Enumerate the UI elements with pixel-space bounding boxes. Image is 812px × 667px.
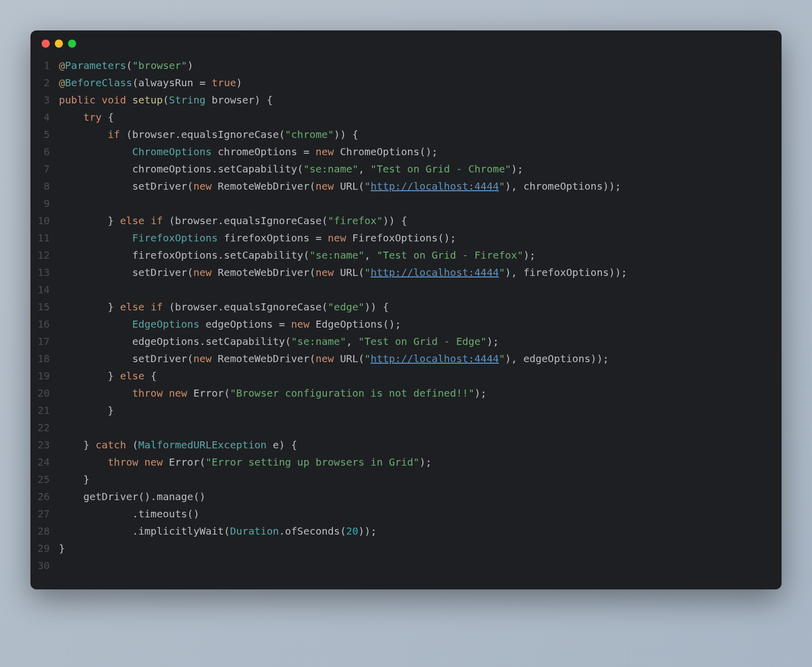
- code-line[interactable]: 20 throw new Error("Browser configuratio…: [30, 384, 782, 402]
- code-line[interactable]: 6 ChromeOptions chromeOptions = new Chro…: [30, 143, 782, 160]
- code-line[interactable]: 17 edgeOptions.setCapability("se:name", …: [30, 333, 782, 350]
- code-line[interactable]: 14: [30, 281, 782, 298]
- code-line[interactable]: 12 firefoxOptions.setCapability("se:name…: [30, 247, 782, 264]
- code-content[interactable]: FirefoxOptions firefoxOptions = new Fire…: [59, 229, 456, 247]
- line-number: 2: [30, 74, 59, 91]
- code-token: else if: [120, 301, 168, 313]
- code-content[interactable]: } else if (browser.equalsIgnoreCase("edg…: [59, 298, 389, 315]
- code-line[interactable]: 19 } else {: [30, 367, 782, 384]
- code-line[interactable]: 4 try {: [30, 109, 782, 126]
- code-token: new: [193, 266, 218, 278]
- code-content[interactable]: } else if (browser.equalsIgnoreCase("fir…: [59, 212, 407, 229]
- code-line[interactable]: 30: [30, 557, 782, 574]
- code-content[interactable]: chromeOptions.setCapability("se:name", "…: [59, 160, 523, 178]
- code-content[interactable]: try {: [59, 109, 114, 126]
- code-token: (: [132, 439, 139, 451]
- code-content[interactable]: throw new Error("Error setting up browse…: [59, 453, 432, 471]
- code-content[interactable]: @BeforeClass(alwaysRun = true): [59, 74, 242, 91]
- code-line[interactable]: 27 .timeouts(): [30, 505, 782, 522]
- code-token: }: [59, 404, 114, 416]
- code-content[interactable]: }: [59, 540, 65, 557]
- code-content[interactable]: EdgeOptions edgeOptions = new EdgeOption…: [59, 315, 401, 333]
- code-token: new: [316, 180, 340, 192]
- code-line[interactable]: 23 } catch (MalformedURLException e) {: [30, 436, 782, 453]
- code-token: "chrome": [285, 128, 334, 141]
- code-token: Parameters: [65, 59, 126, 72]
- code-token: new: [291, 318, 316, 330]
- line-number: 22: [30, 419, 59, 436]
- code-token: ): [236, 77, 242, 89]
- code-token: [59, 318, 132, 330]
- code-content[interactable]: .implicitlyWait(Duration.ofSeconds(20));: [59, 522, 377, 540]
- code-token: [59, 146, 132, 158]
- code-content[interactable]: } catch (MalformedURLException e) {: [59, 436, 297, 453]
- code-area[interactable]: 1@Parameters("browser")2@BeforeClass(alw…: [30, 52, 782, 589]
- line-number: 21: [30, 402, 59, 419]
- code-content[interactable]: }: [59, 402, 114, 419]
- code-content[interactable]: setDriver(new RemoteWebDriver(new URL("h…: [59, 264, 627, 281]
- code-line[interactable]: 13 setDriver(new RemoteWebDriver(new URL…: [30, 264, 782, 281]
- code-content[interactable]: .timeouts(): [59, 505, 199, 522]
- code-token: e) {: [273, 439, 297, 451]
- code-line[interactable]: 21 }: [30, 402, 782, 419]
- code-line[interactable]: 7 chromeOptions.setCapability("se:name",…: [30, 160, 782, 178]
- code-content[interactable]: public void setup(String browser) {: [59, 91, 273, 109]
- code-token: );: [511, 163, 523, 175]
- code-token: setup: [132, 94, 163, 106]
- code-line[interactable]: 28 .implicitlyWait(Duration.ofSeconds(20…: [30, 522, 782, 540]
- code-token: }: [59, 215, 120, 227]
- code-token: ,: [364, 249, 377, 261]
- code-line[interactable]: 15 } else if (browser.equalsIgnoreCase("…: [30, 298, 782, 315]
- code-token: new: [328, 232, 352, 244]
- code-line[interactable]: 8 setDriver(new RemoteWebDriver(new URL(…: [30, 178, 782, 195]
- code-token: catch: [95, 439, 132, 451]
- code-line[interactable]: 29}: [30, 540, 782, 557]
- code-token: EdgeOptions();: [316, 318, 401, 330]
- minimize-dot-icon[interactable]: [55, 40, 63, 48]
- code-content[interactable]: throw new Error("Browser configuration i…: [59, 384, 487, 402]
- code-content[interactable]: if (browser.equalsIgnoreCase("chrome")) …: [59, 126, 358, 143]
- line-number: 1: [30, 57, 59, 74]
- code-token: ": [364, 180, 370, 192]
- code-content[interactable]: @Parameters("browser"): [59, 57, 193, 74]
- code-token: 20: [346, 525, 358, 537]
- code-token: true: [212, 77, 236, 89]
- code-content[interactable]: ChromeOptions chromeOptions = new Chrome…: [59, 143, 438, 160]
- close-dot-icon[interactable]: [42, 40, 50, 48]
- code-token: "se:name": [310, 249, 364, 261]
- code-line[interactable]: 9: [30, 195, 782, 212]
- code-line[interactable]: 2@BeforeClass(alwaysRun = true): [30, 74, 782, 91]
- code-token: FirefoxOptions();: [352, 232, 456, 244]
- code-token: RemoteWebDriver(: [218, 180, 316, 192]
- code-line[interactable]: 10 } else if (browser.equalsIgnoreCase("…: [30, 212, 782, 229]
- code-token: throw new: [132, 387, 193, 399]
- code-line[interactable]: 3public void setup(String browser) {: [30, 91, 782, 109]
- code-token: new: [193, 180, 218, 192]
- code-line[interactable]: 18 setDriver(new RemoteWebDriver(new URL…: [30, 350, 782, 367]
- code-line[interactable]: 5 if (browser.equalsIgnoreCase("chrome")…: [30, 126, 782, 143]
- code-line[interactable]: 11 FirefoxOptions firefoxOptions = new F…: [30, 229, 782, 247]
- code-content[interactable]: firefoxOptions.setCapability("se:name", …: [59, 247, 535, 264]
- code-token: edgeOptions =: [206, 318, 291, 330]
- code-line[interactable]: 22: [30, 419, 782, 436]
- code-line[interactable]: 25 }: [30, 471, 782, 488]
- code-content[interactable]: getDriver().manage(): [59, 488, 206, 505]
- code-token: "se:name": [303, 163, 358, 175]
- code-content[interactable]: }: [59, 471, 89, 488]
- code-line[interactable]: 16 EdgeOptions edgeOptions = new EdgeOpt…: [30, 315, 782, 333]
- code-token: (alwaysRun =: [132, 77, 212, 89]
- code-line[interactable]: 24 throw new Error("Error setting up bro…: [30, 453, 782, 471]
- code-token: }: [59, 439, 95, 451]
- code-content[interactable]: edgeOptions.setCapability("se:name", "Te…: [59, 333, 499, 350]
- code-token: ,: [346, 335, 358, 347]
- code-token: )) {: [383, 215, 407, 227]
- code-content[interactable]: } else {: [59, 367, 157, 384]
- code-line[interactable]: 26 getDriver().manage(): [30, 488, 782, 505]
- code-token: ": [499, 353, 505, 365]
- code-content[interactable]: setDriver(new RemoteWebDriver(new URL("h…: [59, 350, 609, 367]
- code-line[interactable]: 1@Parameters("browser"): [30, 57, 782, 74]
- code-token: "Test on Grid - Firefox": [377, 249, 523, 261]
- code-token: FirefoxOptions: [132, 232, 224, 244]
- code-content[interactable]: setDriver(new RemoteWebDriver(new URL("h…: [59, 178, 621, 195]
- maximize-dot-icon[interactable]: [68, 40, 76, 48]
